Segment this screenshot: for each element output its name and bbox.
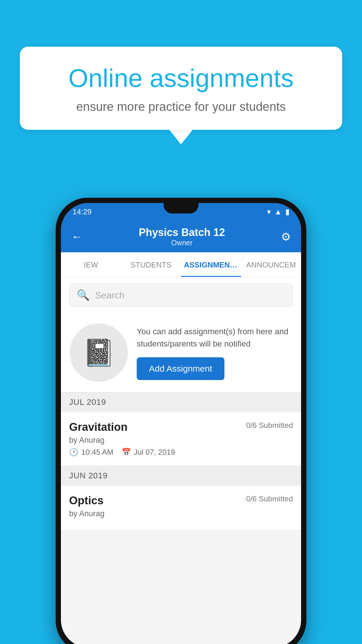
promo-icon-circle: 📓 <box>70 323 128 382</box>
assignment-by-optics: by Anurag <box>69 509 293 518</box>
speech-bubble-container: Online assignments ensure more practice … <box>20 47 342 144</box>
tabs-bar: IEW STUDENTS ASSIGNMENTS ANNOUNCEM <box>61 252 301 277</box>
assignment-time: 🕐 10:45 AM <box>69 448 113 457</box>
section-jun-2019: JUN 2019 <box>61 466 301 486</box>
battery-icon: ▮ <box>285 207 289 216</box>
header-title: Physics Batch 12 <box>139 226 225 239</box>
search-placeholder: Search <box>95 290 124 301</box>
status-time: 14:29 <box>73 207 92 216</box>
clock-icon: 🕐 <box>69 448 78 457</box>
wifi-icon: ▾ <box>267 207 271 216</box>
assignment-time-value: 10:45 AM <box>81 448 113 457</box>
assignment-icon: 📓 <box>82 337 115 368</box>
status-icons: ▾ ▲ ▮ <box>267 207 289 216</box>
search-box[interactable]: 🔍 Search <box>69 284 293 307</box>
assignment-name-optics: Optics <box>69 494 103 507</box>
assignment-optics[interactable]: Optics 0/6 Submitted by Anurag <box>61 486 301 530</box>
back-button[interactable]: ← <box>71 230 83 243</box>
assignment-top-optics: Optics 0/6 Submitted <box>69 494 293 507</box>
tab-iew[interactable]: IEW <box>61 252 121 277</box>
assignment-submitted-gravitation: 0/6 Submitted <box>246 421 293 430</box>
assignment-by-gravitation: by Anurag <box>69 436 293 445</box>
speech-bubble: Online assignments ensure more practice … <box>20 47 342 130</box>
search-icon: 🔍 <box>77 289 90 301</box>
calendar-icon: 📅 <box>122 448 131 457</box>
search-container: 🔍 Search <box>61 277 301 313</box>
settings-icon[interactable]: ⚙ <box>281 230 291 243</box>
tab-assignments[interactable]: ASSIGNMENTS <box>181 252 241 277</box>
assignment-meta-gravitation: 🕐 10:45 AM 📅 Jul 07, 2019 <box>69 448 293 457</box>
header-subtitle: Owner <box>139 239 225 247</box>
assignment-date-value: Jul 07, 2019 <box>134 448 175 457</box>
add-assignment-button[interactable]: Add Assignment <box>137 357 224 380</box>
phone-frame: 14:29 ▾ ▲ ▮ ← Physics Batch 12 Owner ⚙ I… <box>56 198 306 644</box>
assignment-name-gravitation: Gravitation <box>69 421 128 433</box>
app-header: ← Physics Batch 12 Owner ⚙ <box>61 220 301 252</box>
promo-description: You can add assignment(s) from here and … <box>137 326 292 350</box>
assignment-date: 📅 Jul 07, 2019 <box>122 448 175 457</box>
bubble-title: Online assignments <box>40 64 322 92</box>
phone-screen: 14:29 ▾ ▲ ▮ ← Physics Batch 12 Owner ⚙ I… <box>61 203 301 644</box>
signal-icon: ▲ <box>274 207 282 216</box>
header-center: Physics Batch 12 Owner <box>139 226 225 247</box>
bubble-subtitle: ensure more practice for your students <box>40 100 322 114</box>
promo-content: You can add assignment(s) from here and … <box>137 326 292 380</box>
speech-bubble-tail <box>169 130 193 144</box>
section-jul-2019: JUL 2019 <box>61 392 301 412</box>
phone-notch <box>164 203 198 214</box>
add-assignment-promo: 📓 You can add assignment(s) from here an… <box>61 313 301 392</box>
tab-students[interactable]: STUDENTS <box>121 252 181 277</box>
assignment-submitted-optics: 0/6 Submitted <box>246 494 293 503</box>
assignment-top: Gravitation 0/6 Submitted <box>69 421 293 433</box>
assignment-gravitation[interactable]: Gravitation 0/6 Submitted by Anurag 🕐 10… <box>61 412 301 466</box>
tab-announcements[interactable]: ANNOUNCEM <box>241 252 301 277</box>
